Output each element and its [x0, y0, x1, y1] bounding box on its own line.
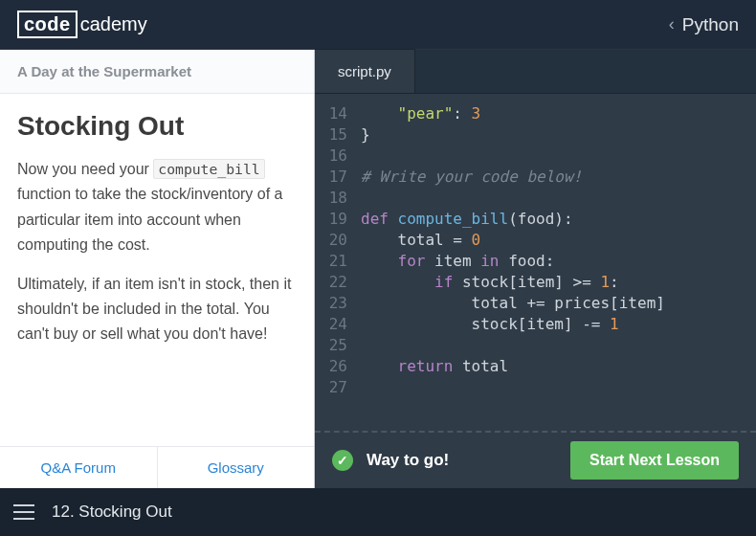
line-number: 18: [315, 188, 361, 209]
lesson-name: A Day at the Supermarket: [17, 63, 191, 79]
inline-code: compute_bill: [153, 159, 264, 179]
code-text[interactable]: def compute_bill(food):: [361, 209, 756, 230]
code-line[interactable]: 20 total = 0: [315, 230, 756, 251]
code-text[interactable]: if stock[item] >= 1:: [361, 272, 756, 293]
instructions-content: Stocking Out Now you need your compute_b…: [0, 94, 314, 446]
line-number: 19: [315, 209, 361, 230]
code-line[interactable]: 19def compute_bill(food):: [315, 209, 756, 230]
code-text[interactable]: total += prices[item]: [361, 293, 756, 314]
line-number: 23: [315, 293, 361, 314]
line-number: 27: [315, 377, 361, 398]
bottom-bar: 12. Stocking Out: [0, 488, 756, 536]
code-text[interactable]: # Write your code below!: [361, 167, 756, 188]
breadcrumb[interactable]: ‹ Python: [669, 14, 739, 35]
line-number: 21: [315, 251, 361, 272]
status-bar: ✓ Way to go! Start Next Lesson: [315, 431, 756, 488]
qa-forum-link[interactable]: Q&A Forum: [0, 447, 158, 488]
code-editor[interactable]: 14 "pear": 315}1617# Write your code bel…: [315, 94, 756, 431]
code-line[interactable]: 23 total += prices[item]: [315, 293, 756, 314]
code-line[interactable]: 18: [315, 188, 756, 209]
lesson-header: A Day at the Supermarket: [0, 50, 314, 94]
code-text[interactable]: [361, 188, 756, 209]
line-number: 17: [315, 167, 361, 188]
code-line[interactable]: 17# Write your code below!: [315, 167, 756, 188]
paragraph: Ultimately, if an item isn't in stock, t…: [17, 272, 297, 347]
check-icon: ✓: [332, 450, 353, 471]
start-next-lesson-button[interactable]: Start Next Lesson: [570, 441, 739, 480]
text: Now you need your: [17, 161, 153, 177]
logo-box: code: [17, 11, 78, 38]
status-message: Way to go!: [367, 451, 449, 470]
code-text[interactable]: for item in food:: [361, 251, 756, 272]
editor-tabs: script.py: [315, 50, 756, 94]
code-line[interactable]: 22 if stock[item] >= 1:: [315, 272, 756, 293]
line-number: 14: [315, 103, 361, 124]
code-line[interactable]: 25: [315, 335, 756, 356]
code-line[interactable]: 21 for item in food:: [315, 251, 756, 272]
prose: Now you need your compute_bill function …: [17, 157, 297, 347]
line-number: 25: [315, 335, 361, 356]
code-text[interactable]: }: [361, 124, 756, 145]
glossary-link[interactable]: Glossary: [158, 447, 315, 488]
logo-suffix: cademy: [80, 13, 147, 35]
tab-script[interactable]: script.py: [315, 49, 415, 93]
logo[interactable]: code cademy: [17, 11, 147, 38]
text: function to take the stock/inventory of …: [17, 186, 283, 253]
code-text[interactable]: "pear": 3: [361, 103, 756, 124]
code-line[interactable]: 16: [315, 145, 756, 167]
tab-label: script.py: [338, 63, 391, 79]
line-number: 15: [315, 124, 361, 145]
code-text[interactable]: total = 0: [361, 230, 756, 251]
menu-icon[interactable]: [13, 504, 34, 520]
step-title: 12. Stocking Out: [52, 502, 172, 522]
instructions-footer: Q&A Forum Glossary: [0, 446, 314, 488]
chevron-left-icon: ‹: [669, 14, 675, 34]
main-area: A Day at the Supermarket Stocking Out No…: [0, 50, 756, 488]
code-line[interactable]: 24 stock[item] -= 1: [315, 314, 756, 335]
code-line[interactable]: 27: [315, 377, 756, 398]
code-text[interactable]: return total: [361, 356, 756, 377]
editor-panel: script.py 14 "pear": 315}1617# Write you…: [315, 50, 756, 488]
code-text[interactable]: [361, 145, 756, 167]
line-number: 22: [315, 272, 361, 293]
code-line[interactable]: 26 return total: [315, 356, 756, 377]
instructions-panel: A Day at the Supermarket Stocking Out No…: [0, 50, 315, 488]
code-text[interactable]: [361, 335, 756, 356]
line-number: 16: [315, 145, 361, 167]
paragraph: Now you need your compute_bill function …: [17, 157, 297, 258]
code-line[interactable]: 15}: [315, 124, 756, 145]
code-text[interactable]: [361, 377, 756, 398]
top-bar: code cademy ‹ Python: [0, 0, 756, 50]
line-number: 24: [315, 314, 361, 335]
breadcrumb-label: Python: [682, 14, 739, 35]
code-text[interactable]: stock[item] -= 1: [361, 314, 756, 335]
line-number: 26: [315, 356, 361, 377]
page-title: Stocking Out: [17, 111, 297, 142]
code-line[interactable]: 14 "pear": 3: [315, 103, 756, 124]
line-number: 20: [315, 230, 361, 251]
